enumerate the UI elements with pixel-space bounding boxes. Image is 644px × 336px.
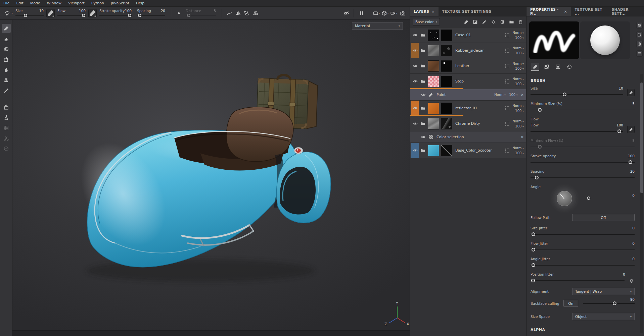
visibility-eye-icon[interactable] bbox=[411, 58, 419, 73]
opacity-dropdown[interactable]: 100 bbox=[515, 124, 524, 128]
menu-help[interactable]: Help bbox=[133, 0, 148, 7]
blend-mode-dropdown[interactable]: Norm bbox=[512, 77, 524, 81]
distance-dot-icon[interactable] bbox=[174, 9, 183, 17]
menu-window[interactable]: Window bbox=[44, 0, 65, 7]
layer-anchor-box[interactable] bbox=[505, 49, 509, 53]
toolbar-stroke-opacity-slider[interactable] bbox=[99, 14, 132, 18]
fill-bucket-button[interactable] bbox=[490, 19, 496, 25]
folder-icon[interactable] bbox=[419, 148, 426, 153]
hide-ui-eye-icon[interactable] bbox=[342, 9, 351, 17]
lasso-stroke-icon[interactable] bbox=[3, 9, 11, 17]
folder-icon[interactable] bbox=[419, 48, 426, 53]
layer-thumbnail[interactable] bbox=[428, 60, 439, 72]
uv-cut-tool[interactable] bbox=[2, 134, 11, 143]
visibility-eye-icon[interactable] bbox=[419, 131, 427, 143]
spacing-value[interactable]: 20 bbox=[630, 169, 635, 173]
toolbar-stroke-opacity-value[interactable]: 100 bbox=[125, 9, 132, 13]
toolbar-size-value[interactable]: 10 bbox=[39, 9, 44, 13]
layer-row-base-color-scooter[interactable]: Base_Color_Scooter Norm 100 bbox=[410, 143, 526, 158]
folder-icon[interactable] bbox=[419, 121, 426, 126]
toolbar-flow-slider[interactable] bbox=[57, 14, 86, 18]
opacity-dropdown[interactable]: 100 bbox=[515, 36, 524, 40]
layer-anchor-box[interactable] bbox=[505, 33, 509, 37]
3d-viewport-canvas[interactable]: Y X Z bbox=[12, 20, 410, 330]
blend-mode-dropdown[interactable]: Norm bbox=[512, 46, 524, 50]
visibility-eye-icon[interactable] bbox=[411, 116, 419, 131]
size-space-dropdown[interactable]: Object ▾ bbox=[572, 313, 635, 320]
follow-path-toggle[interactable]: Off bbox=[572, 214, 635, 221]
layer-thumbnail[interactable] bbox=[428, 45, 439, 56]
layer-anchor-box[interactable] bbox=[505, 79, 509, 83]
size-slider[interactable] bbox=[531, 92, 623, 97]
eraser-tool[interactable] bbox=[2, 34, 11, 43]
tab-layers[interactable]: LAYERS bbox=[410, 7, 439, 16]
bake-sphere-tool[interactable] bbox=[2, 144, 11, 153]
delete-layer-button[interactable] bbox=[517, 19, 523, 25]
toolbar-size-slider[interactable] bbox=[15, 14, 44, 18]
add-effect-button[interactable] bbox=[499, 19, 505, 25]
visibility-eye-icon[interactable] bbox=[411, 143, 419, 158]
angle-jitter-value[interactable]: 0 bbox=[632, 257, 635, 261]
subtab-brush[interactable] bbox=[531, 63, 539, 71]
blend-mode-dropdown[interactable]: Norm bbox=[512, 31, 524, 35]
spacing-slider[interactable] bbox=[531, 175, 635, 180]
layer-row-stop[interactable]: Stop Norm 100 bbox=[410, 74, 526, 89]
stroke-path-icon[interactable] bbox=[225, 9, 234, 17]
backface-culling-value[interactable]: 90 bbox=[630, 297, 635, 301]
stack-icon[interactable] bbox=[636, 32, 643, 38]
stroke-opacity-slider[interactable] bbox=[531, 160, 635, 164]
contrast-circle-icon[interactable] bbox=[636, 41, 643, 47]
flow-pressure-button[interactable] bbox=[627, 126, 635, 133]
layer-row-case-01[interactable]: Case_01 Norm 100 bbox=[410, 27, 526, 43]
opacity-dropdown[interactable]: 100 bbox=[515, 82, 524, 86]
flow-jitter-value[interactable]: 0 bbox=[632, 241, 635, 245]
layer-anchor-box[interactable] bbox=[505, 106, 509, 110]
material-mode-dropdown[interactable]: Material ▾ bbox=[352, 22, 403, 30]
blend-mode-dropdown[interactable]: Norm bbox=[512, 62, 524, 65]
position-jitter-value[interactable]: 0 bbox=[623, 272, 635, 276]
toolbar-flow-value[interactable]: 100 bbox=[79, 9, 86, 13]
mask-thumbnail[interactable] bbox=[441, 60, 452, 72]
menu-file[interactable]: File bbox=[0, 0, 13, 7]
close-icon[interactable] bbox=[521, 135, 524, 139]
blend-mode-dropdown[interactable]: Norm bbox=[512, 119, 524, 123]
layer-row-leather[interactable]: Leather Norm 100 bbox=[410, 58, 526, 74]
symmetry-mirror-icon[interactable] bbox=[234, 9, 242, 17]
minimum-size-value[interactable]: 5 bbox=[632, 102, 635, 106]
subtab-stencil[interactable] bbox=[554, 63, 562, 71]
add-fill-layer-button[interactable] bbox=[472, 19, 478, 25]
visibility-eye-icon[interactable] bbox=[411, 27, 419, 43]
mask-thumbnail[interactable] bbox=[441, 76, 452, 87]
opacity-dropdown[interactable]: 100 bbox=[515, 51, 524, 55]
mask-thumbnail[interactable] bbox=[441, 118, 452, 129]
subtab-material[interactable] bbox=[565, 63, 573, 71]
folder-icon[interactable] bbox=[419, 79, 426, 84]
add-mask-pencil-button[interactable] bbox=[481, 19, 487, 25]
folder-icon[interactable] bbox=[419, 33, 426, 38]
stroke-opacity-value[interactable]: 100 bbox=[628, 154, 635, 158]
flow-slider[interactable] bbox=[531, 129, 623, 133]
tab-properties-paint[interactable]: PROPERTIES - P... bbox=[526, 7, 571, 16]
mask-thumbnail[interactable] bbox=[441, 30, 452, 41]
opacity-dropdown[interactable]: 100 bbox=[515, 67, 524, 70]
material-picker-tool[interactable] bbox=[2, 86, 11, 95]
visibility-eye-icon[interactable] bbox=[411, 74, 419, 89]
sliders-icon[interactable] bbox=[636, 22, 643, 29]
size-jitter-value[interactable]: 0 bbox=[632, 226, 635, 230]
blend-mode-dropdown[interactable]: Norm bbox=[494, 93, 506, 97]
camera-video-icon[interactable]: ▾ bbox=[389, 9, 398, 17]
toolbar-spacing-slider[interactable] bbox=[137, 14, 165, 18]
screenshot-camera-icon[interactable] bbox=[398, 9, 407, 17]
tab-shader-settings[interactable]: SHADER SETT... bbox=[608, 7, 644, 16]
clone-tool[interactable] bbox=[2, 76, 11, 85]
flow-preset-button[interactable] bbox=[88, 9, 97, 17]
backface-culling-slider[interactable]: 90 bbox=[583, 301, 635, 305]
material-preview[interactable] bbox=[580, 21, 630, 59]
flow-jitter-slider[interactable] bbox=[531, 247, 635, 252]
opacity-dropdown[interactable]: 100 bbox=[509, 93, 518, 97]
export-icon[interactable] bbox=[2, 103, 11, 112]
angle-jitter-slider[interactable] bbox=[531, 263, 635, 267]
particles-tool[interactable] bbox=[2, 113, 11, 122]
menu-python[interactable]: Python bbox=[88, 0, 107, 7]
geometry-cube-icon[interactable]: ▾ bbox=[381, 9, 389, 17]
